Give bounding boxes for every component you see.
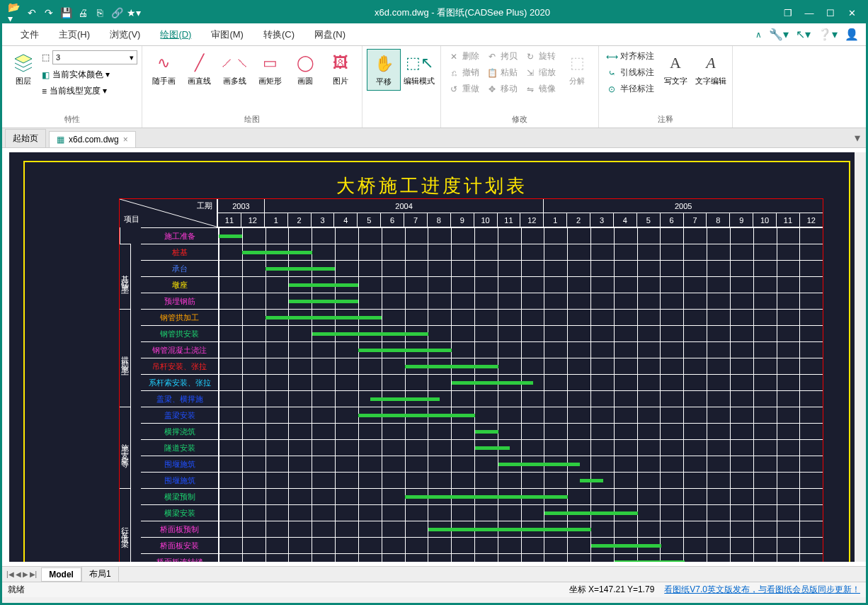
dim-1-icon: ⤿ (606, 68, 617, 78)
modify-7[interactable]: ✥移动 (484, 81, 520, 96)
line-button[interactable]: ╱ 画直线 (182, 49, 216, 89)
modify-4-icon: 📋 (486, 68, 498, 78)
polyline-button[interactable]: ⟋⟍ 画多线 (217, 49, 251, 89)
titlebar: 📂▾ ↶ ↷ 💾 🖨 ⎘ 🔗 ★▾ x6d.com.dwg - 看图纸(CADS… (2, 2, 866, 23)
gantt-title: 大桥施工进度计划表 (336, 174, 527, 198)
decompose-icon: ⬚ (566, 52, 588, 74)
canvas[interactable]: 大桥施工进度计划表 项目工期20032004200511121234567891… (9, 152, 855, 562)
modify-8[interactable]: ⇋镜像 (522, 81, 559, 96)
close-icon[interactable]: ✕ (842, 4, 862, 21)
modify-6[interactable]: ↺重做 (445, 81, 482, 96)
dim-1[interactable]: ⤿引线标注 (603, 65, 657, 80)
save-icon[interactable]: 💾 (59, 6, 73, 20)
menu-convert[interactable]: 转换(C) (253, 26, 304, 44)
print-icon[interactable]: 🖨 (76, 6, 90, 20)
group-draw: ∿ 随手画 ╱ 画直线 ⟋⟍ 画多线 ▭ 画矩形 ◯ 画圆 🖼 图片 绘图 (142, 46, 362, 128)
color-dropdown[interactable]: 当前实体颜色 ▾ (52, 69, 110, 81)
first-icon[interactable]: |◀ (6, 570, 14, 578)
next-icon[interactable]: ▶ (23, 570, 28, 578)
modify-1-icon: ↶ (486, 52, 498, 62)
modify-1[interactable]: ↶拷贝 (484, 49, 520, 64)
layer-icon (12, 52, 35, 74)
freehand-icon: ∿ (152, 52, 175, 74)
menu-file[interactable]: 文件 (11, 26, 49, 44)
lineweight-icon: ≡ (42, 86, 47, 96)
minimize-icon[interactable]: — (799, 4, 819, 21)
rect-button[interactable]: ▭ 画矩形 (253, 49, 287, 89)
user-icon[interactable]: 👤 (845, 28, 859, 41)
tab-file[interactable]: ▦ x6d.com.dwg × (49, 131, 136, 147)
text-button[interactable]: A 写文字 (658, 49, 692, 89)
gantt-chart: 项目工期200320042005111212345678910111212345… (119, 198, 823, 562)
pan-button[interactable]: ✋ 平移 (367, 49, 401, 91)
menu-view[interactable]: 浏览(V) (100, 26, 150, 44)
layer-combo[interactable]: 3▾ (52, 50, 137, 64)
last-icon[interactable]: ▶| (30, 570, 38, 578)
undo-icon[interactable]: ↶ (25, 6, 39, 20)
menu-home[interactable]: 主页(H) (49, 26, 100, 44)
modify-7-icon: ✥ (486, 84, 498, 94)
color-icon: ◧ (42, 70, 50, 80)
dwg-icon: ▦ (57, 135, 64, 145)
editmode-button[interactable]: ⬚↖ 编辑模式 (402, 49, 436, 89)
freehand-button[interactable]: ∿ 随手画 (147, 49, 181, 89)
modify-3-icon: ⎌ (448, 68, 459, 78)
group-annotate: ⟷对齐标注⤿引线标注⊙半径标注 A 写文字 A 文字编辑 注释 (599, 46, 733, 128)
link-icon[interactable]: 🔗 (110, 6, 124, 20)
editmode-icon: ⬚↖ (408, 52, 430, 74)
tab-model[interactable]: Model (41, 567, 81, 582)
vertical-scrollbar[interactable] (855, 152, 866, 562)
document-tabs: 起始页 ▦ x6d.com.dwg × ▾ (2, 128, 866, 148)
layout-tabs: |◀ ◀ ▶ ▶| Model 布局1 (2, 566, 866, 582)
drawing-area: 大桥施工进度计划表 项目工期20032004200511121234567891… (2, 148, 866, 566)
help-icon[interactable]: ❔▾ (818, 28, 838, 41)
menu-draw[interactable]: 绘图(D) (150, 26, 201, 44)
prev-icon[interactable]: ◀ (16, 570, 21, 578)
lineweight-dropdown[interactable]: 当前线型宽度 ▾ (50, 85, 107, 97)
modify-3[interactable]: ⎌撤销 (445, 65, 482, 80)
menu-review[interactable]: 审图(M) (201, 26, 253, 44)
maximize-icon[interactable]: ☐ (821, 4, 840, 21)
tabs-menu-icon[interactable]: ▾ (849, 128, 866, 147)
collapse-ribbon-icon[interactable]: ∧ (755, 30, 762, 40)
polyline-icon: ⟋⟍ (223, 52, 246, 74)
dim-0[interactable]: ⟷对齐标注 (603, 49, 657, 64)
group-modify: ✕删除⎌撤销↺重做 ↶拷贝📋粘贴✥移动 ↻旋转⇲缩放⇋镜像 ⬚ 分解 修改 (441, 46, 599, 128)
modify-8-icon: ⇋ (525, 84, 536, 94)
group-layer: 图层 ⬚ 3▾ ◧ 当前实体颜色 ▾ ≡ 当前线型宽度 ▾ 特性 (2, 46, 142, 128)
favorite-icon[interactable]: ★▾ (127, 6, 141, 20)
dim-0-icon: ⟷ (606, 52, 617, 62)
redo-icon[interactable]: ↷ (42, 6, 56, 20)
tab-layout1[interactable]: 布局1 (81, 566, 119, 582)
restore-sub-icon[interactable]: ❐ (778, 4, 798, 21)
tab-start[interactable]: 起始页 (5, 129, 46, 147)
group-view: ✋ 平移 ⬚↖ 编辑模式 (362, 46, 441, 128)
rect-icon: ▭ (258, 52, 281, 74)
statusbar: 就绪 坐标 X=147.21 Y=1.79 看图纸V7.0英文版发布，与看图纸会… (2, 582, 866, 597)
image-button[interactable]: 🖼 图片 (324, 49, 358, 89)
textedit-button[interactable]: A 文字编辑 (694, 49, 728, 89)
modify-4[interactable]: 📋粘贴 (484, 65, 520, 80)
close-tab-icon[interactable]: × (123, 135, 128, 145)
menubar: 文件 主页(H) 浏览(V) 绘图(D) 审图(M) 转换(C) 网盘(N) ∧… (2, 23, 866, 46)
modify-0[interactable]: ✕删除 (445, 49, 482, 64)
modify-5[interactable]: ⇲缩放 (522, 65, 559, 80)
window-title: x6d.com.dwg - 看图纸(CADSee Plus) 2020 (147, 6, 778, 19)
line-icon: ╱ (188, 52, 210, 74)
circle-button[interactable]: ◯ 画圆 (288, 49, 322, 89)
open-icon[interactable]: 📂▾ (8, 6, 22, 20)
cursor-icon[interactable]: ↖▾ (796, 28, 811, 41)
modify-6-icon: ↺ (448, 84, 459, 94)
modify-2-icon: ↻ (525, 52, 536, 62)
wrench-icon[interactable]: 🔧▾ (769, 28, 789, 41)
dim-2-icon: ⊙ (606, 84, 617, 94)
pan-icon: ✋ (372, 52, 395, 75)
modify-2[interactable]: ↻旋转 (522, 49, 559, 64)
publish-icon[interactable]: ⎘ (93, 6, 107, 20)
decompose-button[interactable]: ⬚ 分解 (560, 49, 594, 89)
layer-button[interactable]: 图层 (6, 49, 40, 89)
menu-netdisk[interactable]: 网盘(N) (304, 26, 355, 44)
status-link[interactable]: 看图纸V7.0英文版发布，与看图纸会员版同步更新！ (664, 584, 860, 596)
dim-2[interactable]: ⊙半径标注 (603, 81, 657, 96)
status-ready: 就绪 (8, 584, 25, 596)
